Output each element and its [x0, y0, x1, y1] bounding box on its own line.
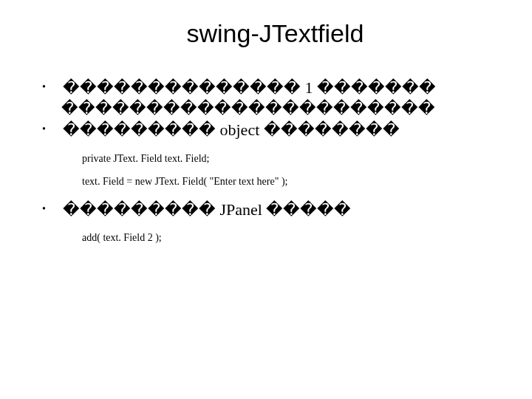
- code-block-1: private JText. Field text. Field; text. …: [82, 151, 510, 189]
- bullet-1-text-line2: ����������������������: [41, 98, 510, 119]
- bullet-2: • ��������� object ��������: [41, 120, 510, 140]
- bullet-3: • ��������� JPanel �����: [41, 200, 510, 220]
- bullet-dot-icon: •: [41, 200, 63, 219]
- bullet-dot-icon: •: [41, 78, 63, 97]
- bullet-2-text: ��������� object ��������: [63, 120, 510, 140]
- bullet-dot-icon: •: [41, 120, 63, 139]
- code-line-add: add( text. Field 2 );: [82, 230, 510, 245]
- bullet-1-text-line1: �������������� 1 �������: [63, 78, 510, 98]
- code-line-instantiation: text. Field = new JText. Field( "Enter t…: [82, 174, 510, 189]
- slide-title: swing-JTextfield: [41, 19, 510, 48]
- bullet-3-text: ��������� JPanel �����: [63, 200, 510, 220]
- code-line-declaration: private JText. Field text. Field;: [82, 151, 510, 166]
- code-block-2: add( text. Field 2 );: [82, 230, 510, 245]
- bullet-1: • �������������� 1 �������: [41, 78, 510, 98]
- slide: swing-JTextfield • �������������� 1 ����…: [0, 0, 532, 399]
- slide-body: • �������������� 1 ������� �������������…: [41, 78, 510, 245]
